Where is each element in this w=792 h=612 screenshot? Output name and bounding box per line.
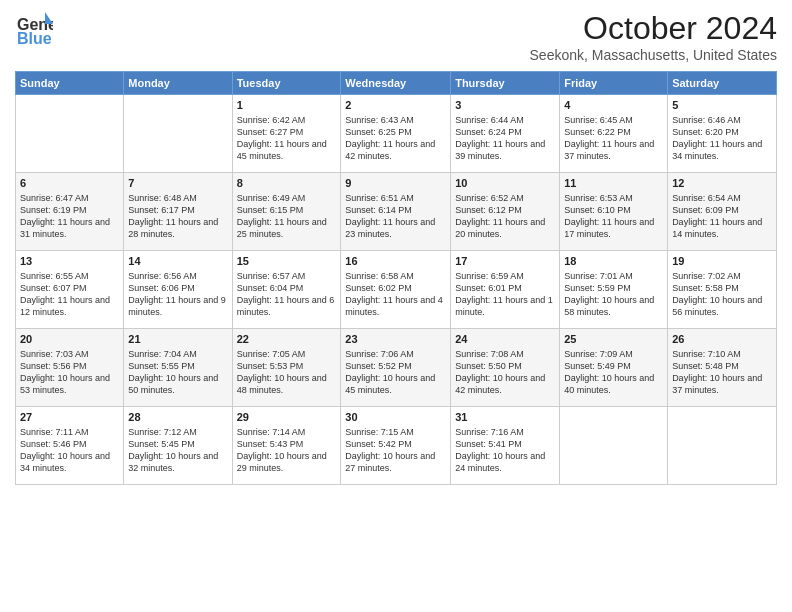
- calendar-body: 1Sunrise: 6:42 AM Sunset: 6:27 PM Daylig…: [16, 95, 777, 485]
- day-number: 25: [564, 332, 663, 347]
- day-number: 28: [128, 410, 227, 425]
- day-number: 4: [564, 98, 663, 113]
- day-number: 20: [20, 332, 119, 347]
- day-number: 26: [672, 332, 772, 347]
- day-info: Sunrise: 7:08 AM Sunset: 5:50 PM Dayligh…: [455, 348, 555, 397]
- svg-text:Blue: Blue: [17, 30, 52, 47]
- calendar-cell: 22Sunrise: 7:05 AM Sunset: 5:53 PM Dayli…: [232, 329, 341, 407]
- day-info: Sunrise: 6:57 AM Sunset: 6:04 PM Dayligh…: [237, 270, 337, 319]
- calendar-cell: [560, 407, 668, 485]
- day-number: 19: [672, 254, 772, 269]
- calendar-cell: 7Sunrise: 6:48 AM Sunset: 6:17 PM Daylig…: [124, 173, 232, 251]
- col-thursday: Thursday: [451, 72, 560, 95]
- calendar-cell: 31Sunrise: 7:16 AM Sunset: 5:41 PM Dayli…: [451, 407, 560, 485]
- calendar-cell: 29Sunrise: 7:14 AM Sunset: 5:43 PM Dayli…: [232, 407, 341, 485]
- day-number: 29: [237, 410, 337, 425]
- calendar-cell: 5Sunrise: 6:46 AM Sunset: 6:20 PM Daylig…: [668, 95, 777, 173]
- calendar-cell: [668, 407, 777, 485]
- day-info: Sunrise: 7:05 AM Sunset: 5:53 PM Dayligh…: [237, 348, 337, 397]
- day-number: 6: [20, 176, 119, 191]
- day-info: Sunrise: 7:10 AM Sunset: 5:48 PM Dayligh…: [672, 348, 772, 397]
- day-info: Sunrise: 7:15 AM Sunset: 5:42 PM Dayligh…: [345, 426, 446, 475]
- calendar-cell: 16Sunrise: 6:58 AM Sunset: 6:02 PM Dayli…: [341, 251, 451, 329]
- day-info: Sunrise: 7:09 AM Sunset: 5:49 PM Dayligh…: [564, 348, 663, 397]
- col-saturday: Saturday: [668, 72, 777, 95]
- day-number: 22: [237, 332, 337, 347]
- logo-icon: General Blue: [15, 10, 53, 48]
- day-info: Sunrise: 7:02 AM Sunset: 5:58 PM Dayligh…: [672, 270, 772, 319]
- day-number: 15: [237, 254, 337, 269]
- calendar-cell: 13Sunrise: 6:55 AM Sunset: 6:07 PM Dayli…: [16, 251, 124, 329]
- day-info: Sunrise: 6:47 AM Sunset: 6:19 PM Dayligh…: [20, 192, 119, 241]
- col-sunday: Sunday: [16, 72, 124, 95]
- col-friday: Friday: [560, 72, 668, 95]
- col-wednesday: Wednesday: [341, 72, 451, 95]
- day-info: Sunrise: 7:04 AM Sunset: 5:55 PM Dayligh…: [128, 348, 227, 397]
- calendar-cell: 20Sunrise: 7:03 AM Sunset: 5:56 PM Dayli…: [16, 329, 124, 407]
- calendar-cell: 24Sunrise: 7:08 AM Sunset: 5:50 PM Dayli…: [451, 329, 560, 407]
- header: General Blue October 2024 Seekonk, Massa…: [15, 10, 777, 63]
- logo: General Blue: [15, 10, 57, 48]
- calendar-cell: [124, 95, 232, 173]
- calendar-cell: 10Sunrise: 6:52 AM Sunset: 6:12 PM Dayli…: [451, 173, 560, 251]
- header-row: Sunday Monday Tuesday Wednesday Thursday…: [16, 72, 777, 95]
- calendar-cell: 25Sunrise: 7:09 AM Sunset: 5:49 PM Dayli…: [560, 329, 668, 407]
- day-info: Sunrise: 7:06 AM Sunset: 5:52 PM Dayligh…: [345, 348, 446, 397]
- calendar-cell: 17Sunrise: 6:59 AM Sunset: 6:01 PM Dayli…: [451, 251, 560, 329]
- month-title: October 2024: [530, 10, 777, 47]
- calendar-cell: 11Sunrise: 6:53 AM Sunset: 6:10 PM Dayli…: [560, 173, 668, 251]
- day-number: 8: [237, 176, 337, 191]
- day-number: 31: [455, 410, 555, 425]
- day-number: 3: [455, 98, 555, 113]
- day-number: 18: [564, 254, 663, 269]
- day-number: 16: [345, 254, 446, 269]
- day-info: Sunrise: 6:58 AM Sunset: 6:02 PM Dayligh…: [345, 270, 446, 319]
- location-title: Seekonk, Massachusetts, United States: [530, 47, 777, 63]
- calendar-cell: 18Sunrise: 7:01 AM Sunset: 5:59 PM Dayli…: [560, 251, 668, 329]
- calendar-cell: 3Sunrise: 6:44 AM Sunset: 6:24 PM Daylig…: [451, 95, 560, 173]
- calendar-cell: 4Sunrise: 6:45 AM Sunset: 6:22 PM Daylig…: [560, 95, 668, 173]
- title-block: October 2024 Seekonk, Massachusetts, Uni…: [530, 10, 777, 63]
- day-number: 12: [672, 176, 772, 191]
- day-info: Sunrise: 6:56 AM Sunset: 6:06 PM Dayligh…: [128, 270, 227, 319]
- calendar-cell: 28Sunrise: 7:12 AM Sunset: 5:45 PM Dayli…: [124, 407, 232, 485]
- calendar-cell: 23Sunrise: 7:06 AM Sunset: 5:52 PM Dayli…: [341, 329, 451, 407]
- day-info: Sunrise: 6:59 AM Sunset: 6:01 PM Dayligh…: [455, 270, 555, 319]
- day-info: Sunrise: 7:03 AM Sunset: 5:56 PM Dayligh…: [20, 348, 119, 397]
- day-info: Sunrise: 6:45 AM Sunset: 6:22 PM Dayligh…: [564, 114, 663, 163]
- day-number: 21: [128, 332, 227, 347]
- page: General Blue October 2024 Seekonk, Massa…: [0, 0, 792, 612]
- calendar-cell: [16, 95, 124, 173]
- day-number: 7: [128, 176, 227, 191]
- day-number: 30: [345, 410, 446, 425]
- calendar-week-2: 6Sunrise: 6:47 AM Sunset: 6:19 PM Daylig…: [16, 173, 777, 251]
- day-number: 17: [455, 254, 555, 269]
- calendar-cell: 9Sunrise: 6:51 AM Sunset: 6:14 PM Daylig…: [341, 173, 451, 251]
- day-info: Sunrise: 6:54 AM Sunset: 6:09 PM Dayligh…: [672, 192, 772, 241]
- day-number: 2: [345, 98, 446, 113]
- day-info: Sunrise: 6:51 AM Sunset: 6:14 PM Dayligh…: [345, 192, 446, 241]
- day-info: Sunrise: 6:44 AM Sunset: 6:24 PM Dayligh…: [455, 114, 555, 163]
- day-number: 23: [345, 332, 446, 347]
- calendar-cell: 8Sunrise: 6:49 AM Sunset: 6:15 PM Daylig…: [232, 173, 341, 251]
- day-info: Sunrise: 6:43 AM Sunset: 6:25 PM Dayligh…: [345, 114, 446, 163]
- calendar-cell: 1Sunrise: 6:42 AM Sunset: 6:27 PM Daylig…: [232, 95, 341, 173]
- day-number: 27: [20, 410, 119, 425]
- day-number: 14: [128, 254, 227, 269]
- calendar-table: Sunday Monday Tuesday Wednesday Thursday…: [15, 71, 777, 485]
- calendar-cell: 21Sunrise: 7:04 AM Sunset: 5:55 PM Dayli…: [124, 329, 232, 407]
- calendar-cell: 27Sunrise: 7:11 AM Sunset: 5:46 PM Dayli…: [16, 407, 124, 485]
- day-info: Sunrise: 6:53 AM Sunset: 6:10 PM Dayligh…: [564, 192, 663, 241]
- calendar-week-5: 27Sunrise: 7:11 AM Sunset: 5:46 PM Dayli…: [16, 407, 777, 485]
- calendar-week-1: 1Sunrise: 6:42 AM Sunset: 6:27 PM Daylig…: [16, 95, 777, 173]
- day-info: Sunrise: 7:12 AM Sunset: 5:45 PM Dayligh…: [128, 426, 227, 475]
- calendar-cell: 19Sunrise: 7:02 AM Sunset: 5:58 PM Dayli…: [668, 251, 777, 329]
- day-info: Sunrise: 7:01 AM Sunset: 5:59 PM Dayligh…: [564, 270, 663, 319]
- calendar-week-3: 13Sunrise: 6:55 AM Sunset: 6:07 PM Dayli…: [16, 251, 777, 329]
- calendar-week-4: 20Sunrise: 7:03 AM Sunset: 5:56 PM Dayli…: [16, 329, 777, 407]
- day-number: 13: [20, 254, 119, 269]
- day-info: Sunrise: 6:49 AM Sunset: 6:15 PM Dayligh…: [237, 192, 337, 241]
- day-info: Sunrise: 6:48 AM Sunset: 6:17 PM Dayligh…: [128, 192, 227, 241]
- calendar-cell: 6Sunrise: 6:47 AM Sunset: 6:19 PM Daylig…: [16, 173, 124, 251]
- calendar-cell: 12Sunrise: 6:54 AM Sunset: 6:09 PM Dayli…: [668, 173, 777, 251]
